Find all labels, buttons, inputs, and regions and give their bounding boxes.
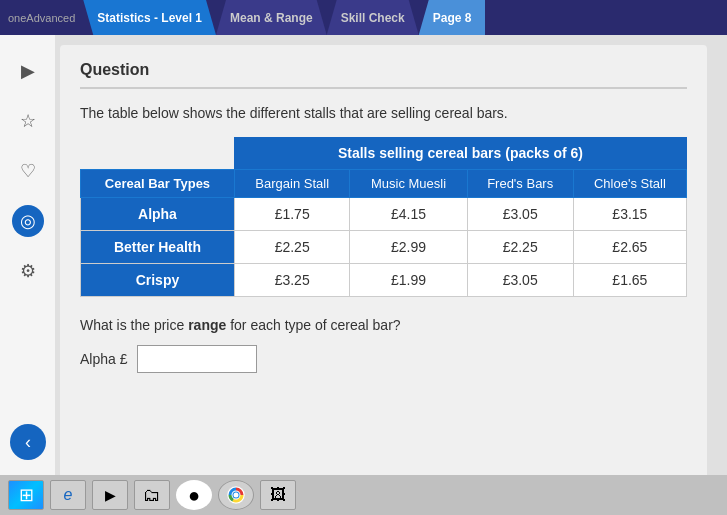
folder-button[interactable]: 🗂: [134, 480, 170, 510]
main-header-cell: Stalls selling cereal bars (packs of 6): [234, 137, 686, 170]
alpha-answer-input[interactable]: [137, 345, 257, 373]
alpha-answer-label: Alpha £: [80, 351, 127, 367]
star-icon[interactable]: ☆: [12, 105, 44, 137]
windows-button[interactable]: ⊞: [8, 480, 44, 510]
play-button[interactable]: ▶: [92, 480, 128, 510]
col-header-bargain: Bargain Stall: [234, 170, 349, 198]
circle-app-button[interactable]: ●: [176, 480, 212, 510]
alpha-chloes: £3.15: [573, 198, 686, 231]
answer-row: Alpha £: [80, 345, 687, 373]
question-text: The table below shows the different stal…: [80, 105, 687, 121]
main-content: Question The table below shows the diffe…: [60, 45, 707, 485]
col-header-freds: Fred's Bars: [467, 170, 573, 198]
table-row: Better Health £2.25 £2.99 £2.25 £2.65: [81, 231, 687, 264]
row-label-betterhealth: Better Health: [81, 231, 235, 264]
cereal-bars-table: Stalls selling cereal bars (packs of 6) …: [80, 137, 687, 297]
circle-icon[interactable]: ◎: [12, 205, 44, 237]
table-row: Crispy £3.25 £1.99 £3.05 £1.65: [81, 264, 687, 297]
chrome-button[interactable]: [218, 480, 254, 510]
heart-icon[interactable]: ♡: [12, 155, 44, 187]
col-header-type: Cereal Bar Types: [81, 170, 235, 198]
back-button[interactable]: ‹: [10, 424, 46, 460]
col-header-chloes: Chloe's Stall: [573, 170, 686, 198]
betterhealth-freds: £2.25: [467, 231, 573, 264]
betterhealth-chloes: £2.65: [573, 231, 686, 264]
row-label-crispy: Crispy: [81, 264, 235, 297]
col-header-music: Music Muesli: [350, 170, 467, 198]
betterhealth-bargain: £2.25: [234, 231, 349, 264]
image-button[interactable]: 🖼: [260, 480, 296, 510]
range-question: What is the price range for each type of…: [80, 317, 687, 333]
alpha-bargain: £1.75: [234, 198, 349, 231]
tab-mean-range[interactable]: Mean & Range: [216, 0, 327, 35]
table-header-top: Stalls selling cereal bars (packs of 6): [81, 137, 687, 170]
question-label: Question: [80, 61, 687, 89]
betterhealth-music: £2.99: [350, 231, 467, 264]
empty-header-cell: [81, 137, 235, 170]
alpha-freds: £3.05: [467, 198, 573, 231]
tab-skill-check[interactable]: Skill Check: [327, 0, 419, 35]
svg-point-2: [234, 493, 239, 498]
crispy-bargain: £3.25: [234, 264, 349, 297]
nav-brand: oneAdvanced: [8, 12, 75, 24]
crispy-freds: £3.05: [467, 264, 573, 297]
browser-ie-button[interactable]: e: [50, 480, 86, 510]
arrow-right-icon[interactable]: ▶: [12, 55, 44, 87]
gear-icon[interactable]: ⚙: [12, 255, 44, 287]
table-header-sub: Cereal Bar Types Bargain Stall Music Mue…: [81, 170, 687, 198]
range-emphasis: range: [188, 317, 226, 333]
taskbar: ⊞ e ▶ 🗂 ● 🖼: [0, 475, 727, 515]
alpha-music: £4.15: [350, 198, 467, 231]
tab-page8[interactable]: Page 8: [419, 0, 486, 35]
nav-bar: oneAdvanced Statistics - Level 1 Mean & …: [0, 0, 727, 35]
tab-statistics-level1[interactable]: Statistics - Level 1: [83, 0, 216, 35]
table-wrapper: Stalls selling cereal bars (packs of 6) …: [80, 137, 687, 297]
row-label-alpha: Alpha: [81, 198, 235, 231]
table-row: Alpha £1.75 £4.15 £3.05 £3.15: [81, 198, 687, 231]
crispy-chloes: £1.65: [573, 264, 686, 297]
crispy-music: £1.99: [350, 264, 467, 297]
